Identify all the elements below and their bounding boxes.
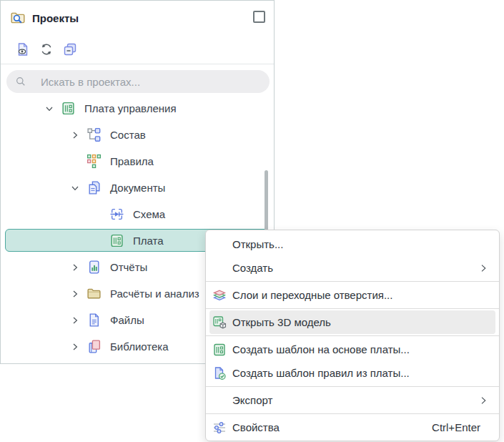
menu-icon-spacer	[212, 261, 227, 275]
scrollbar-thumb[interactable]	[265, 170, 268, 237]
tree-item-label: Плата управления	[84, 102, 177, 114]
schematic-icon	[109, 207, 124, 222]
chevron-right-icon[interactable]	[69, 262, 81, 273]
tree-item-label: Документы	[110, 182, 165, 194]
folder-search-icon	[10, 10, 26, 26]
board-icon	[212, 343, 227, 357]
tree-item-pravila[interactable]: Правила	[1, 148, 274, 175]
collapse-all-icon	[63, 42, 77, 57]
layers-icon	[212, 288, 227, 303]
menu-separator	[206, 413, 499, 414]
menu-item-label: Открыть 3D модель	[232, 316, 331, 328]
menu-item-label: Слои и переходные отверстия...	[232, 289, 392, 301]
board-3d-icon	[212, 315, 227, 330]
menu-item-properties[interactable]: Свойства Ctrl+Enter	[209, 416, 495, 439]
tree-item-label: Правила	[110, 155, 154, 167]
menu-separator	[206, 281, 499, 282]
tree-item-label: Библиотека	[110, 340, 169, 353]
tree-item-label: Плата	[133, 235, 164, 247]
chevron-down-icon[interactable]	[44, 103, 55, 114]
menu-item-label: Свойства	[232, 421, 280, 433]
document-preview-icon	[16, 42, 30, 57]
menu-item-create-template-from-board[interactable]: Создать шаблон на основе платы...	[209, 338, 495, 361]
float-window-button[interactable]	[253, 11, 265, 23]
search-input[interactable]	[41, 76, 261, 88]
menu-item-label: Открыть...	[232, 238, 283, 250]
panel-title: Проекты	[32, 12, 79, 24]
library-icon	[87, 339, 102, 354]
menu-item-label: Создать шаблон на основе платы...	[232, 343, 410, 355]
collapse-all-button[interactable]	[63, 42, 77, 57]
search-box	[6, 70, 270, 93]
tree-item-dokumenty[interactable]: Документы	[1, 175, 274, 201]
menu-separator	[206, 386, 499, 387]
chevron-right-icon[interactable]	[69, 288, 81, 300]
context-menu: Открыть... Создать Слои и переходные отв…	[205, 230, 500, 441]
menu-item-create[interactable]: Создать	[209, 256, 495, 280]
submenu-arrow-icon	[478, 262, 489, 274]
menu-separator	[206, 335, 499, 336]
tree-item-label: Отчёты	[110, 261, 147, 273]
tree-item-plata-upravleniya[interactable]: Плата управления	[1, 95, 274, 122]
chevron-spacer	[69, 156, 81, 167]
menu-item-label: Создать шаблон правил из платы...	[232, 367, 410, 379]
panel-header: Проекты	[1, 1, 274, 35]
document-check-icon	[212, 366, 227, 380]
board-icon	[109, 233, 124, 248]
menu-item-label: Экспорт	[232, 394, 272, 406]
submenu-arrow-icon	[478, 395, 489, 406]
report-icon	[87, 260, 102, 275]
search-icon	[15, 76, 26, 87]
tree-item-shema[interactable]: Схема	[1, 201, 274, 227]
menu-item-export[interactable]: Экспорт	[209, 388, 495, 412]
board-icon	[61, 101, 76, 116]
sliders-icon	[212, 421, 227, 435]
menu-item-open[interactable]: Открыть...	[209, 232, 495, 256]
menu-item-create-rules-template-from-board[interactable]: Создать шаблон правил из платы...	[209, 361, 495, 385]
panel-toolbar	[1, 35, 274, 64]
file-icon	[87, 313, 102, 328]
folder-icon	[87, 286, 102, 301]
menu-item-shortcut: Ctrl+Enter	[432, 421, 480, 433]
rules-icon	[87, 154, 102, 169]
preview-document-button[interactable]	[16, 42, 30, 57]
chevron-right-icon[interactable]	[69, 315, 81, 326]
chevron-right-icon[interactable]	[69, 341, 81, 353]
structure-icon	[87, 127, 102, 142]
menu-item-layers-and-vias[interactable]: Слои и переходные отверстия...	[209, 283, 495, 307]
refresh-button[interactable]	[39, 42, 54, 57]
chevron-down-icon[interactable]	[69, 182, 81, 194]
chevron-right-icon[interactable]	[69, 129, 81, 141]
menu-icon-spacer	[212, 237, 227, 252]
refresh-icon	[39, 42, 54, 57]
menu-item-open-3d-model[interactable]: Открыть 3D модель	[209, 310, 495, 334]
documents-icon	[87, 180, 102, 195]
menu-icon-spacer	[212, 393, 227, 408]
tree-item-label: Состав	[110, 129, 146, 141]
tree-item-label: Файлы	[110, 314, 144, 326]
tree-item-label: Расчёты и анализ	[110, 288, 199, 300]
tree-item-sostav[interactable]: Состав	[1, 122, 274, 148]
tree-item-label: Схема	[133, 208, 165, 220]
menu-separator	[206, 308, 499, 309]
menu-item-label: Создать	[232, 262, 273, 274]
